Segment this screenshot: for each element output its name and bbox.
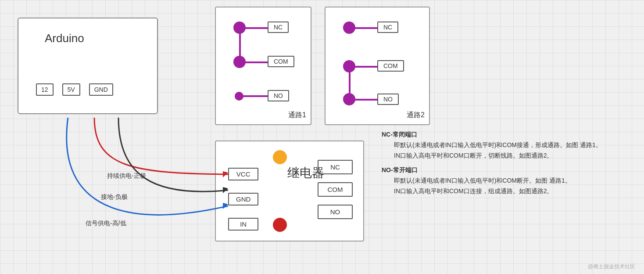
relay-label-1: 通路1 <box>288 111 306 120</box>
nc-desc1: 即默认(未通电或者IN口输入低电平时)和COM接通，形成通路。如图 通路1。 <box>382 140 627 151</box>
no-title: NO-常开端口 <box>382 165 627 176</box>
pin-12: 12 <box>36 83 54 96</box>
pin-gnd: GND <box>89 83 113 96</box>
com-no-line-2 <box>349 71 351 95</box>
gnd-wire-label: 接地-负极 <box>101 193 128 201</box>
nc-desc2: IN口输入高电平时和COM口断开，切断线路。如图通路2。 <box>382 151 627 161</box>
relay-main-title: 继电器 <box>287 165 324 181</box>
explanation-panel: NC-常闭端口 即默认(未通电或者IN口输入低电平时)和COM接通，形成通路。如… <box>382 130 627 201</box>
com-hline-2 <box>354 66 378 68</box>
com-box-1: COM <box>268 56 294 67</box>
red-dot <box>273 218 287 232</box>
no-desc1: 即默认(未通电或者IN口输入低电平时)和COM断开。如图 通路1。 <box>382 176 627 186</box>
nc-hline-1 <box>245 27 268 29</box>
arduino-box: Arduino 12 5V GND <box>18 18 158 114</box>
nc-dot-1 <box>233 22 246 34</box>
nc-title: NC-常闭端口 <box>382 130 627 140</box>
no-hline-2 <box>354 99 378 101</box>
no-box-1: NO <box>268 90 289 101</box>
com-dot-1 <box>233 56 246 68</box>
com-box-2: COM <box>377 60 404 72</box>
nc-dot-2 <box>343 22 355 34</box>
watermark: @稀土掘金技术社区 <box>588 263 635 270</box>
no-hline-1 <box>243 95 268 97</box>
nc-com-line-1 <box>239 33 241 58</box>
relay-diagram-1: NC COM NO 通路1 <box>215 7 311 125</box>
vcc-pin: VCC <box>228 168 258 180</box>
relay-bottom-box: VCC GND IN NC COM NO <box>215 141 364 242</box>
com-hline-1 <box>245 61 268 63</box>
com-dot-2 <box>343 60 355 72</box>
com-right-pin: COM <box>318 182 353 197</box>
arduino-title: Arduino <box>45 32 84 45</box>
nc-hline-2 <box>354 27 378 29</box>
relay-diagram-2: NC COM NO 通路2 <box>325 7 430 125</box>
orange-dot <box>273 150 287 164</box>
pin-row: 12 5V GND <box>36 83 113 96</box>
no-section: NO-常开端口 即默认(未通电或者IN口输入低电平时)和COM断开。如图 通路1… <box>382 165 627 196</box>
relay-label-2: 通路2 <box>407 111 425 120</box>
left-pins-container: VCC GND IN <box>228 168 258 231</box>
no-box-2: NO <box>377 94 399 105</box>
in-wire-label: 信号供电-高/低 <box>86 220 126 227</box>
nc-box-2: NC <box>377 22 398 33</box>
pin-5v: 5V <box>62 83 80 96</box>
no-desc2: IN口输入高电平时和COM口连接，组成通路。如图通路2。 <box>382 186 627 197</box>
nc-section: NC-常闭端口 即默认(未通电或者IN口输入低电平时)和COM接通，形成通路。如… <box>382 130 627 161</box>
no-right-pin: NO <box>318 205 353 219</box>
no-dot-1 <box>235 92 243 101</box>
gnd-pin: GND <box>228 193 258 206</box>
vcc-wire-label: 持续供电-正极 <box>107 172 146 180</box>
in-pin: IN <box>228 218 258 231</box>
nc-box-1: NC <box>268 22 289 33</box>
